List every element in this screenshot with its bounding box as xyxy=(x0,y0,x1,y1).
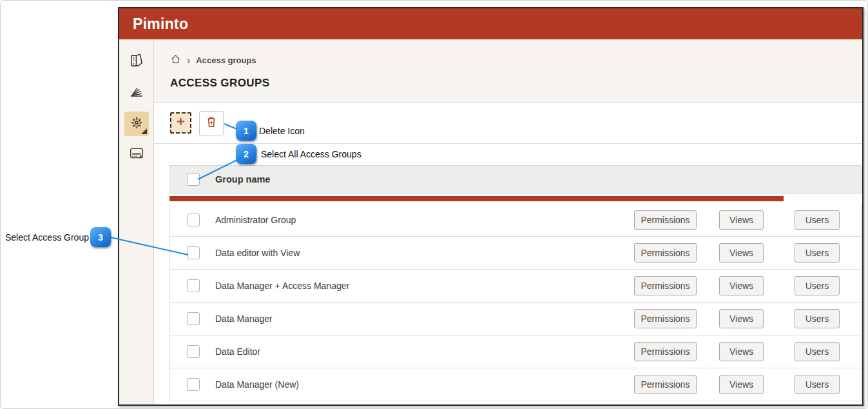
trash-icon xyxy=(204,115,218,132)
breadcrumb-separator: › xyxy=(187,56,190,65)
users-button[interactable]: Users xyxy=(795,309,840,328)
row-checkbox[interactable] xyxy=(187,312,200,325)
table-row: Administrator Group Permissions Views Us… xyxy=(169,204,862,237)
sidebar-item-settings[interactable] xyxy=(124,112,149,136)
views-button[interactable]: Views xyxy=(719,342,764,361)
access-groups-table: Group name Administrator Group Permissio… xyxy=(169,165,862,401)
views-button[interactable]: Views xyxy=(719,210,764,230)
permissions-button[interactable]: Permissions xyxy=(634,375,697,394)
breadcrumb: › Access groups xyxy=(170,54,862,67)
row-checkbox[interactable] xyxy=(187,378,200,391)
users-button[interactable]: Users xyxy=(795,375,840,394)
permissions-button[interactable]: Permissions xyxy=(634,276,697,295)
stack-icon xyxy=(128,83,145,103)
brand-title: Piminto xyxy=(133,15,188,33)
callout-badge-1: 1 xyxy=(236,121,256,141)
row-checkbox[interactable] xyxy=(187,279,200,292)
catalog-book-icon xyxy=(128,52,145,72)
table-row: Data Manager (New) Permissions Views Use… xyxy=(169,368,862,401)
callout-badge-3: 3 xyxy=(90,227,111,247)
svg-text:www: www xyxy=(131,152,141,155)
row-checkbox[interactable] xyxy=(187,214,200,226)
group-name: Data editor with View xyxy=(215,248,300,258)
table-header-row: Group name xyxy=(169,165,862,194)
views-button[interactable]: Views xyxy=(719,375,764,394)
sidebar-item-catalog[interactable] xyxy=(124,50,149,74)
permissions-button[interactable]: Permissions xyxy=(634,243,697,263)
row-checkbox[interactable] xyxy=(187,345,200,358)
screenshot-canvas: Piminto xyxy=(0,0,868,409)
users-button[interactable]: Users xyxy=(795,276,840,295)
sidebar-item-browser[interactable]: www xyxy=(124,143,149,167)
table-row: Data Manager + Access Manager Permission… xyxy=(169,270,862,303)
callout-label-3: Select Access Group xyxy=(5,232,89,243)
delete-button[interactable] xyxy=(199,111,224,135)
table-row: Data Editor Permissions Views Users xyxy=(169,335,862,368)
callout-label-2: Select All Access Groups xyxy=(261,149,362,159)
app-header: Piminto xyxy=(119,8,862,39)
app-window: Piminto xyxy=(118,7,863,406)
permissions-button[interactable]: Permissions xyxy=(634,210,697,230)
breadcrumb-current[interactable]: Access groups xyxy=(196,55,256,65)
selection-bar-track xyxy=(169,194,862,204)
browser-www-icon: www xyxy=(128,145,145,165)
group-name: Data Manager (New) xyxy=(215,379,299,390)
page-title: ACCESS GROUPS xyxy=(170,77,862,90)
users-button[interactable]: Users xyxy=(795,210,840,230)
permissions-button[interactable]: Permissions xyxy=(634,342,697,361)
home-icon[interactable] xyxy=(170,54,181,67)
callout-label-1: Delete Icon xyxy=(259,126,305,136)
select-all-checkbox[interactable] xyxy=(187,173,200,186)
group-name: Data Editor xyxy=(215,346,260,357)
table-row: Data Manager Permissions Views Users xyxy=(169,303,862,335)
group-name: Administrator Group xyxy=(215,215,296,225)
sidebar-item-stack[interactable] xyxy=(124,81,149,105)
views-button[interactable]: Views xyxy=(719,309,764,328)
views-button[interactable]: Views xyxy=(719,276,764,295)
add-access-group-button[interactable]: + xyxy=(170,112,191,134)
toolbar: + xyxy=(154,103,862,144)
main-content: › Access groups ACCESS GROUPS + xyxy=(154,39,862,404)
settings-gear-icon xyxy=(128,114,145,134)
group-name: Data Manager + Access Manager xyxy=(215,281,349,291)
group-name: Data Manager xyxy=(215,314,273,324)
users-button[interactable]: Users xyxy=(795,342,840,361)
views-button[interactable]: Views xyxy=(719,243,764,263)
sidebar: www xyxy=(119,39,154,404)
table-row: Data editor with View Permissions Views … xyxy=(169,237,862,270)
selection-bar xyxy=(169,196,784,201)
column-header-group-name: Group name xyxy=(215,174,270,185)
users-button[interactable]: Users xyxy=(795,243,840,263)
callout-badge-2: 2 xyxy=(236,144,256,164)
permissions-button[interactable]: Permissions xyxy=(634,309,697,328)
row-checkbox[interactable] xyxy=(187,246,200,259)
page-header-section: › Access groups ACCESS GROUPS xyxy=(154,39,862,103)
